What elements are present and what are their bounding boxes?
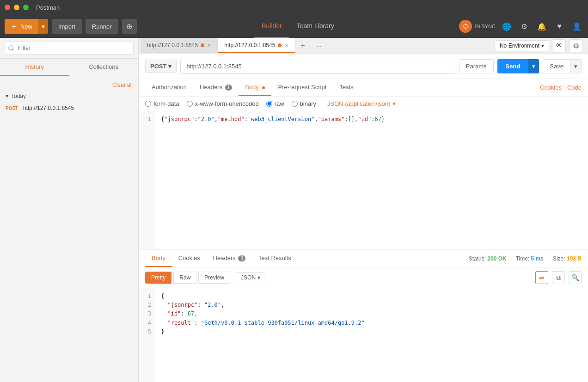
req-tab-body[interactable]: Body [239, 79, 271, 96]
user-icon[interactable]: 👤 [570, 20, 583, 33]
resp-tab-cookies[interactable]: Cookies [172, 250, 207, 267]
sidebar-tabs: History Collections [0, 59, 138, 76]
tab-dot-1 [278, 43, 282, 47]
req-tab-body-label: Body [245, 84, 259, 91]
wrap-icon[interactable]: ⇌ [535, 271, 548, 284]
today-header[interactable]: ▾ Today [0, 90, 138, 102]
resp-code-line-1: { [161, 292, 582, 301]
env-label: No Environment [500, 42, 539, 49]
resp-line-num-4: 4 [142, 319, 151, 327]
params-button[interactable]: Params [459, 59, 494, 73]
history-item[interactable]: POST http://127.0.0.1:8545 [0, 102, 138, 114]
pretty-button[interactable]: Pretty [145, 272, 172, 284]
req-tab-prerequest[interactable]: Pre-request Script [271, 79, 333, 96]
chevron-down-icon: ▾ [6, 93, 8, 99]
code-content[interactable]: {"jsonrpc":"2.0","method":"web3_clientVe… [155, 111, 588, 249]
team-library-tab[interactable]: Team Library [289, 15, 342, 38]
cookies-link[interactable]: Cookies [540, 84, 562, 91]
resp-line-num-2: 2 [142, 301, 151, 309]
globe-icon[interactable]: 🌐 [500, 20, 513, 33]
tab-url-1: http://127.0.0.1:8545 [224, 42, 275, 49]
sync-badge: IN SYNC [459, 20, 496, 33]
tab-add-button[interactable]: + [295, 38, 311, 54]
sidebar: History Collections Clear all ▾ Today PO… [0, 38, 139, 382]
req-tab-headers-label: Headers [200, 84, 222, 91]
builder-tab[interactable]: Builder [254, 15, 289, 38]
send-button[interactable]: Send [497, 59, 529, 73]
new-dropdown-button[interactable]: ▾ [38, 19, 48, 34]
heart-icon[interactable]: ♥ [553, 20, 566, 33]
request-tab-0[interactable]: http://127.0.0.1:8545 × [141, 38, 218, 53]
line-numbers: 1 [139, 111, 155, 249]
search-resp-icon[interactable]: 🔍 [569, 271, 582, 284]
tab-close-0[interactable]: × [207, 42, 211, 49]
save-button[interactable]: Save [543, 59, 570, 73]
settings-icon[interactable]: ⚙ [518, 20, 531, 33]
req-tab-headers[interactable]: Headers 1 [193, 79, 239, 96]
filter-input[interactable] [5, 42, 134, 55]
method-label: POST [150, 63, 166, 70]
collections-tab[interactable]: Collections [69, 59, 139, 76]
resp-line-num-5: 5 [142, 327, 151, 336]
request-tabs: Authorization Headers 1 Body Pre-request… [139, 79, 588, 97]
send-dropdown-button[interactable]: ▾ [528, 59, 539, 73]
response-body-options: Pretty Raw Preview JSON ▾ ⇌ ⧉ 🔍 [139, 267, 588, 288]
send-button-group: Send ▾ [497, 59, 539, 73]
method-selector[interactable]: POST ▾ [145, 60, 177, 73]
close-button[interactable] [5, 5, 10, 10]
tab-more-button[interactable]: ··· [311, 38, 327, 53]
sync-dot [459, 20, 472, 33]
copy-icon[interactable]: ⧉ [552, 271, 565, 284]
save-dropdown-button[interactable]: ▾ [570, 59, 582, 73]
workspace-button[interactable]: ⊕ [122, 19, 137, 34]
req-tab-tests[interactable]: Tests [333, 79, 360, 96]
json-chevron-icon: ▾ [392, 100, 396, 107]
req-tab-right: Cookies Code [540, 84, 582, 91]
resp-format-selector[interactable]: JSON ▾ [236, 272, 265, 283]
minimize-button[interactable] [14, 5, 19, 10]
history-tab[interactable]: History [0, 59, 69, 76]
preview-button[interactable]: Preview [198, 272, 230, 284]
request-area: http://127.0.0.1:8545 × http://127.0.0.1… [139, 38, 588, 382]
tab-close-1[interactable]: × [284, 42, 288, 49]
new-button[interactable]: ＋ New [5, 19, 38, 34]
plus-icon: ＋ [10, 22, 18, 31]
response-code: 1 2 3 4 5 { "jsonrpc": "2.0", "id": 67, … [139, 288, 588, 382]
resp-code-line-5: } [161, 327, 582, 336]
sidebar-search-area [0, 38, 138, 59]
maximize-button[interactable] [23, 5, 29, 10]
clear-all-button[interactable]: Clear all [0, 80, 138, 90]
json-type-dropdown[interactable]: JSON (application/json) ▾ [327, 100, 396, 107]
settings2-icon[interactable]: ⚙ [570, 39, 582, 52]
code-editor[interactable]: 1 {"jsonrpc":"2.0","method":"web3_client… [139, 111, 588, 250]
runner-button[interactable]: Runner [86, 19, 118, 34]
import-button[interactable]: Import [52, 19, 82, 34]
status-value: 200 OK [487, 255, 506, 262]
new-label: New [20, 23, 32, 30]
req-tab-authorization[interactable]: Authorization [145, 79, 193, 96]
eye-icon[interactable]: 👁 [553, 39, 566, 52]
urlencoded-option[interactable]: x-www-form-urlencoded [187, 100, 259, 107]
resp-code-content: { "jsonrpc": "2.0", "id": 67, "result": … [155, 288, 588, 382]
url-input[interactable] [180, 59, 455, 74]
req-tab-prerequest-label: Pre-request Script [278, 84, 326, 91]
method-badge: POST [6, 106, 19, 111]
resp-tab-cookies-label: Cookies [178, 255, 200, 261]
status-label: Status: 200 OK [469, 255, 507, 262]
raw-button[interactable]: Raw [173, 272, 196, 284]
resp-tab-testresults[interactable]: Test Results [252, 250, 298, 267]
toolbar-center: Builder Team Library [141, 15, 456, 38]
resp-code-line-4: "result": "Geth/v0.0.1-stable-930fa051/l… [161, 319, 582, 327]
request-tab-1[interactable]: http://127.0.0.1:8545 × [218, 38, 295, 53]
binary-option[interactable]: binary [292, 100, 316, 107]
today-label: Today [11, 93, 26, 99]
tab-url-0: http://127.0.0.1:8545 [147, 42, 198, 49]
environment-selector[interactable]: No Environment ▾ [495, 40, 549, 51]
resp-tab-body[interactable]: Body [145, 250, 172, 267]
raw-option[interactable]: raw [266, 100, 284, 107]
code-link[interactable]: Code [567, 84, 582, 91]
method-chevron-icon: ▾ [168, 63, 172, 70]
resp-tab-headers[interactable]: Headers 3 [207, 250, 252, 267]
bell-icon[interactable]: 🔔 [535, 20, 548, 33]
form-data-option[interactable]: form-data [145, 100, 179, 107]
